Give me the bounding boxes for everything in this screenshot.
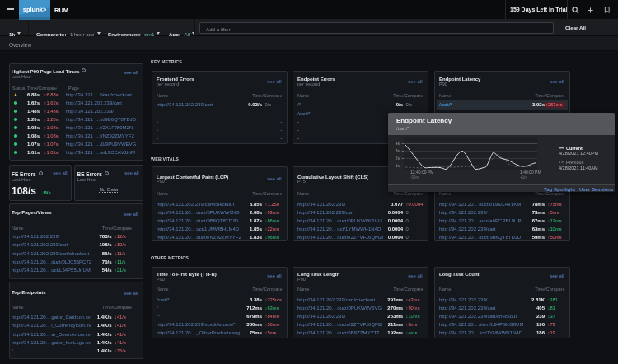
svg-text:3s: 3s: [396, 148, 400, 153]
svg-text:12:40:00 PM: 12:40:00 PM: [410, 170, 433, 175]
svg-text:2s: 2s: [396, 156, 400, 161]
svg-text:-59m: -59m: [410, 175, 419, 180]
svg-text:1:40:00 PM: 1:40:00 PM: [520, 170, 541, 175]
svg-text:4s: 4s: [396, 141, 400, 146]
svg-text:Current: Current: [566, 146, 583, 151]
svg-text:4/28/2021 12:40PM: 4/28/2021 12:40PM: [559, 151, 598, 156]
svg-text:1s: 1s: [396, 163, 400, 168]
svg-text:+1m: +1m: [520, 175, 527, 180]
svg-text:4/28/2021 11:40AM: 4/28/2021 11:40AM: [559, 166, 598, 170]
svg-text:Previous: Previous: [566, 160, 584, 165]
